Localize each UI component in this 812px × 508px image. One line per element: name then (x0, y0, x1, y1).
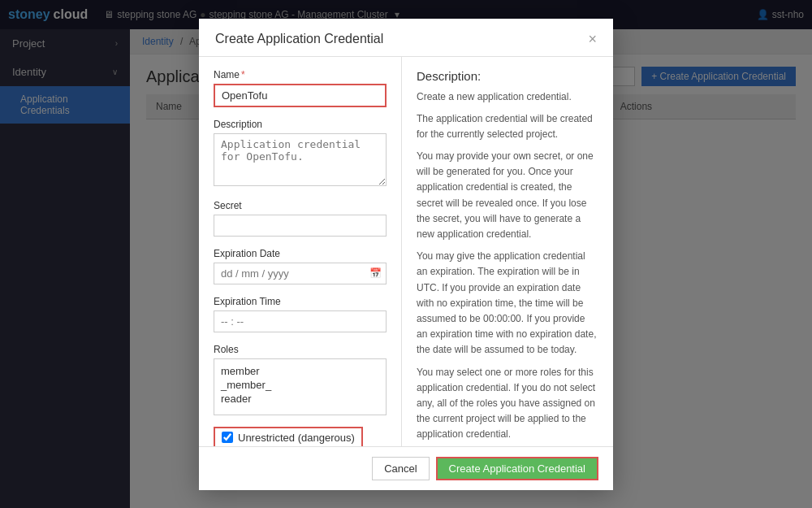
description-form-group: Description (214, 119, 387, 189)
modal-close-button[interactable]: × (588, 32, 597, 46)
expiration-date-wrapper: 📅 (214, 263, 387, 284)
desc-para2: The application credential will be creat… (417, 111, 598, 142)
roles-list[interactable]: member _member_ reader (214, 358, 387, 415)
modal-footer: Cancel Create Application Credential (199, 446, 613, 490)
name-form-group: Name* (214, 69, 387, 107)
modal-body: Name* Description Secret Expiration Date (199, 57, 613, 446)
description-input[interactable] (214, 133, 387, 186)
desc-para1: Create a new application credential. (417, 89, 598, 105)
unrestricted-text: Unrestricted (dangerous) (238, 432, 355, 444)
roles-label: Roles (214, 344, 387, 355)
role-item-_member_: _member_ (221, 378, 379, 392)
unrestricted-checkbox[interactable] (222, 432, 233, 443)
cancel-button[interactable]: Cancel (372, 457, 429, 480)
unrestricted-label[interactable]: Unrestricted (dangerous) (222, 432, 355, 444)
desc-para3: You may provide your own secret, or one … (417, 149, 598, 242)
expiration-date-input[interactable] (214, 263, 387, 284)
calendar-icon[interactable]: 📅 (369, 267, 382, 279)
secret-label: Secret (214, 200, 387, 211)
secret-form-group: Secret (214, 200, 387, 237)
description-label: Description (214, 119, 387, 130)
modal: Create Application Credential × Name* De… (199, 19, 613, 490)
expiration-date-form-group: Expiration Date 📅 (214, 248, 387, 284)
name-required-star: * (241, 69, 245, 80)
expiration-date-label: Expiration Date (214, 248, 387, 259)
role-item-member: member (221, 364, 379, 378)
description-panel: Description: Create a new application cr… (402, 57, 613, 446)
expiration-time-label: Expiration Time (214, 296, 387, 307)
modal-title: Create Application Credential (215, 32, 383, 46)
form-panel: Name* Description Secret Expiration Date (199, 57, 402, 446)
desc-title: Description: (417, 69, 598, 83)
modal-overlay: Create Application Credential × Name* De… (0, 0, 812, 508)
desc-para5: You may select one or more roles for thi… (417, 365, 598, 443)
name-label: Name* (214, 69, 387, 80)
secret-input[interactable] (214, 215, 387, 237)
name-input[interactable] (214, 84, 387, 107)
modal-header: Create Application Credential × (199, 19, 613, 57)
expiration-time-input[interactable] (214, 310, 387, 332)
unrestricted-checkbox-wrapper: Unrestricted (dangerous) (214, 427, 363, 446)
create-application-credential-button[interactable]: Create Application Credential (436, 457, 598, 480)
desc-para4: You may give the application credential … (417, 249, 598, 358)
unrestricted-form-group: Unrestricted (dangerous) (214, 427, 387, 446)
roles-form-group: Roles member _member_ reader (214, 344, 387, 415)
role-item-reader: reader (221, 392, 379, 406)
expiration-time-form-group: Expiration Time (214, 296, 387, 332)
